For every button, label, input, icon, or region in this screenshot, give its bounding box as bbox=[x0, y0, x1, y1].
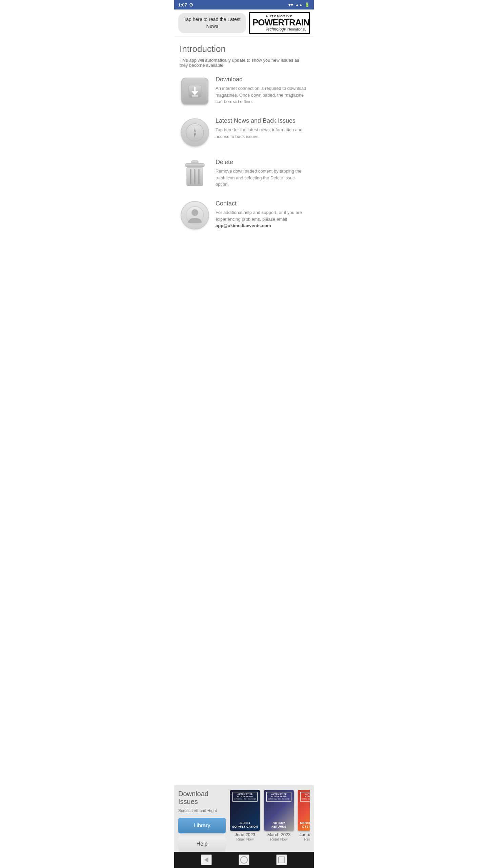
library-button[interactable]: Library bbox=[178, 818, 226, 833]
bottom-top: Download Issues Scrolls Left and Right L… bbox=[178, 790, 310, 852]
main-content: Introduction This app will automatically… bbox=[174, 37, 314, 785]
magazine-march-read: Read Now bbox=[270, 837, 287, 841]
cover-june-tagline: SILENT SOPHISTICATION bbox=[231, 821, 259, 829]
trash-icon bbox=[181, 159, 208, 189]
trash-icon-container bbox=[180, 159, 210, 189]
svg-point-5 bbox=[186, 124, 204, 141]
magazine-jan-month: January 2023 bbox=[300, 832, 310, 837]
intro-subtitle: This app will automatically update to sh… bbox=[180, 58, 308, 68]
magazine-june-read: Read Now bbox=[236, 837, 253, 841]
magazine-june[interactable]: AUTOMOTIVEPOWERTRAINtechnology internati… bbox=[230, 790, 260, 841]
news-button[interactable]: Tap here to read the Latest News bbox=[178, 13, 246, 33]
status-left: 1:07 ⊙ bbox=[178, 2, 193, 7]
feature-contact-desc: For additional help and support, or if y… bbox=[216, 209, 308, 229]
magazine-cover-june: AUTOMOTIVEPOWERTRAINtechnology internati… bbox=[230, 790, 260, 831]
magazine-jan-read: Read Now bbox=[304, 837, 310, 841]
feature-contact-title: Contact bbox=[216, 200, 308, 207]
svg-marker-17 bbox=[204, 857, 208, 863]
wifi-icon: ▾▾ bbox=[288, 2, 293, 7]
feature-contact-text: Contact For additional help and support,… bbox=[216, 200, 308, 229]
top-bar: Tap here to read the Latest News AUTOMOT… bbox=[174, 9, 314, 37]
magazine-march[interactable]: AUTOMOTIVEPOWERTRAINtechnology internati… bbox=[264, 790, 294, 841]
magazine-cover-march: AUTOMOTIVEPOWERTRAINtechnology internati… bbox=[264, 790, 294, 831]
person-icon bbox=[181, 201, 209, 230]
nav-back-button[interactable] bbox=[201, 854, 212, 865]
person-icon-container bbox=[180, 200, 210, 231]
download-issues-title: Download Issues bbox=[178, 790, 226, 806]
status-bar: 1:07 ⊙ ▾▾ ▲▲ 🔋 bbox=[174, 0, 314, 9]
svg-point-16 bbox=[191, 209, 198, 216]
svg-rect-19 bbox=[279, 857, 285, 863]
feature-delete-desc: Remove downloaded content by tapping the… bbox=[216, 168, 308, 188]
magazine-jan[interactable]: AUTOMOTIVEPOWERTRAINtechnology internati… bbox=[298, 790, 310, 841]
nav-bar bbox=[174, 852, 314, 868]
feature-news-text: Latest News and Back Issues Tap here for… bbox=[216, 117, 308, 140]
magazines-scroll: AUTOMOTIVEPOWERTRAINtechnology internati… bbox=[230, 790, 310, 845]
download-icon-container bbox=[180, 76, 210, 106]
magazine-june-month: June 2023 bbox=[235, 832, 256, 837]
cover-jan-tagline: MERCEDES-AMG C 63 S HYBRID bbox=[299, 821, 310, 829]
feature-download: Download An internet connection is requi… bbox=[180, 76, 308, 106]
status-right: ▾▾ ▲▲ 🔋 bbox=[288, 2, 310, 7]
status-time: 1:07 bbox=[178, 2, 187, 7]
nav-recent-button[interactable] bbox=[276, 854, 287, 865]
help-button[interactable]: Help bbox=[178, 836, 226, 852]
scroll-hint: Scrolls Left and Right bbox=[178, 808, 226, 813]
compass-icon bbox=[181, 118, 209, 147]
compass-icon-container bbox=[180, 117, 210, 148]
download-icon bbox=[181, 78, 208, 105]
magazine-cover-jan: AUTOMOTIVEPOWERTRAINtechnology internati… bbox=[298, 790, 310, 831]
feature-download-text: Download An internet connection is requi… bbox=[216, 76, 308, 105]
app-logo: AUTOMOTIVE POWERTRAIN technology interna… bbox=[249, 12, 310, 34]
magazine-march-month: March 2023 bbox=[267, 832, 291, 837]
bottom-section: Download Issues Scrolls Left and Right L… bbox=[174, 785, 314, 852]
battery-icon: 🔋 bbox=[305, 2, 310, 7]
signal-icon: ▲▲ bbox=[295, 3, 303, 7]
cover-march-tagline: ROTARY RETURNS bbox=[265, 821, 292, 829]
signal-app-icon: ⊙ bbox=[189, 2, 193, 7]
feature-news-desc: Tap here for the latest news, informatio… bbox=[216, 126, 308, 140]
feature-latest-news: Latest News and Back Issues Tap here for… bbox=[180, 117, 308, 148]
logo-bottom: technology international. bbox=[252, 27, 306, 32]
feature-contact: Contact For additional help and support,… bbox=[180, 200, 308, 231]
logo-intl: international. bbox=[287, 27, 306, 31]
svg-rect-10 bbox=[185, 163, 204, 167]
feature-download-title: Download bbox=[216, 76, 308, 83]
bottom-left: Download Issues Scrolls Left and Right L… bbox=[178, 790, 226, 852]
svg-rect-9 bbox=[191, 161, 198, 163]
feature-delete-title: Delete bbox=[216, 159, 308, 166]
feature-download-desc: An internet connection is required to do… bbox=[216, 85, 308, 105]
feature-news-title: Latest News and Back Issues bbox=[216, 117, 308, 124]
logo-tech: technology bbox=[266, 27, 286, 32]
intro-title: Introduction bbox=[180, 44, 308, 54]
contact-email: app@ukimediaevents.com bbox=[216, 223, 271, 228]
svg-point-18 bbox=[241, 856, 247, 863]
logo-main: POWERTRAIN bbox=[252, 18, 306, 27]
feature-delete-text: Delete Remove downloaded content by tapp… bbox=[216, 159, 308, 188]
feature-delete: Delete Remove downloaded content by tapp… bbox=[180, 159, 308, 189]
nav-home-button[interactable] bbox=[239, 854, 249, 865]
